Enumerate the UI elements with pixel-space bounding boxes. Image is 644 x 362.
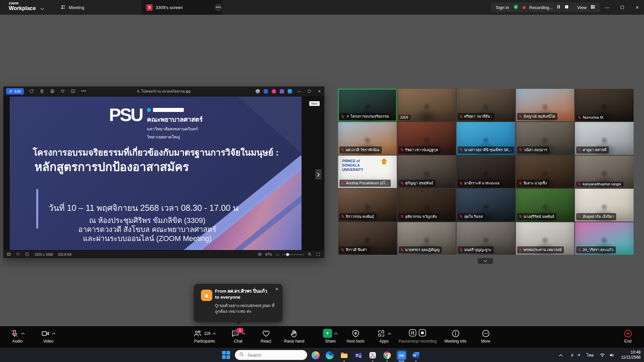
tray-chevron-icon[interactable] [559,348,563,362]
volume-icon[interactable] [609,348,614,362]
toolbar-recording-button[interactable]: Pause/stop recording [398,328,436,344]
slideshow-icon[interactable] [71,89,76,94]
view-button[interactable]: View [577,5,587,10]
heart-icon[interactable] [16,252,20,257]
participant-tile[interactable]: นางสาวสุธาสินี ขุนเพ็ชร SK... [457,122,515,155]
toolbar-apps-button[interactable]: Apps [377,328,391,344]
participant-tile[interactable]: รัชดา เชาวน์เสฏฐกุล [397,122,456,155]
close-button[interactable]: ✕ [631,0,644,15]
chevron-up-icon[interactable] [212,332,216,335]
photos-shortcut-icon[interactable] [288,89,292,94]
clock[interactable]: 10:48 11/11/2568 [621,350,641,360]
toolbar-raise-hand-button[interactable]: Raise hand [284,328,305,344]
chevron-up-icon[interactable] [242,332,246,335]
chevron-up-icon[interactable] [334,332,338,335]
participant-tile[interactable]: สาลูมา หล่าหลี [575,122,634,155]
participant-tile[interactable]: อัลญาณ์ สมุห์เสนีโต [516,89,575,121]
participant-tile[interactable]: สุดใจ รินรส [457,189,515,221]
participant-tile[interactable]: จิราวรรณ คงพันธุ์ [338,189,397,221]
toolbar-share-button[interactable]: Share [323,328,338,344]
participant-tile[interactable]: อับดุลฮากัม เฮ็งปิยา [575,189,634,221]
participant-tile[interactable]: 3309 [397,89,456,121]
search-box[interactable] [235,350,307,360]
file-explorer-taskbar-icon[interactable] [339,350,350,361]
edit-button[interactable]: Edit [6,88,24,95]
participant-tile[interactable]: ผศ.เกวลี วัชราทักษิณ [338,122,397,155]
tray-mic-icon[interactable] [570,348,574,362]
word-taskbar-icon[interactable] [411,350,421,361]
language-indicator[interactable]: ไทย [587,348,594,362]
zoom-slider-knob[interactable] [286,253,289,256]
zoom-in-icon[interactable] [308,252,312,257]
toolbar-host-tools-button[interactable]: Host tools [346,328,364,344]
rotate-icon[interactable] [29,89,34,94]
toolbar-participants-button[interactable]: 119Participants [193,328,216,344]
participant-tile[interactable]: วณิสา สงกุมาร [516,122,575,155]
fullscreen-icon[interactable] [316,252,320,257]
toolbar-react-button[interactable]: React [261,328,271,344]
next-image-button[interactable]: ❯ [315,169,321,179]
zoom-out-icon[interactable]: — [276,253,279,256]
toolbar-end-button[interactable]: End [624,328,632,344]
print-icon[interactable] [50,89,55,94]
chrome-taskbar-icon[interactable] [382,350,392,361]
snipping-tool-taskbar-icon[interactable] [367,350,378,361]
info-icon[interactable] [25,252,29,257]
pause-recording-button[interactable] [409,329,417,338]
participant-tile[interactable]: จิราวดี ชินคำ [338,222,397,255]
sign-in-button[interactable]: Sign in [496,5,509,10]
participant-tile[interactable]: kanyanatthaphat rangsi [575,156,634,188]
search-input[interactable] [247,352,299,358]
paint-shortcut-icon[interactable] [280,89,284,94]
clipchamp-shortcut-icon[interactable] [272,89,276,94]
stop-recording-button[interactable] [419,329,427,338]
start-button[interactable] [222,351,231,360]
zoom-slider[interactable] [282,254,304,255]
more-icon[interactable]: ••• [81,89,86,94]
grid-collapse-button[interactable] [478,258,493,264]
security-shield-icon[interactable] [513,4,519,11]
favorite-icon[interactable] [60,89,65,94]
participant-tile[interactable]: พรหมประทาน เหมวรงษ์ [516,222,575,255]
participant-tile[interactable]: มนตรี บุญญะยูวะ [457,222,515,255]
toolbar-more-button[interactable]: More [481,328,490,344]
participant-tile[interactable]: 24_วริสรา คุระแก้ว [575,222,634,255]
chevron-down-icon[interactable] [40,6,44,12]
toolbar-video-button[interactable]: Video [41,328,56,344]
tab-meeting[interactable]: Meeting [55,0,89,15]
pause-recording-icon[interactable] [556,5,561,10]
tab-shared-screen[interactable]: 3 3309's screen [142,0,222,15]
stop-recording-icon[interactable] [565,5,569,10]
edge-taskbar-icon[interactable] [324,350,335,361]
chevron-up-icon[interactable] [52,332,56,335]
view-layout-icon[interactable] [590,4,595,10]
participant-tile[interactable]: อุทัยวรรณ ขวัญกลับ [397,189,456,221]
toolbar-audio-button[interactable]: Audio [10,328,25,344]
photos-close-button[interactable]: ✕ [314,86,324,96]
toolbar-chat-button[interactable]: 1Chat [231,328,246,344]
toolbar-meeting-info-button[interactable]: Meeting info [444,328,466,344]
copilot-shortcut-icon[interactable] [256,89,260,94]
photos-restore-button[interactable] [304,86,314,96]
copilot-taskbar-icon[interactable] [310,350,321,361]
maximize-button[interactable] [615,0,629,15]
tab-more-button[interactable]: ••• [215,4,222,11]
participant-tile[interactable]: Nurnurina M. [575,89,634,121]
photos-minimize-button[interactable]: — [294,86,304,96]
participant-tile[interactable]: อามีเราะห์ แวสะมะแอ [457,156,515,188]
fit-screen-icon[interactable] [258,252,262,257]
close-icon[interactable]: ✕ [275,287,279,292]
designer-shortcut-icon[interactable] [264,89,268,94]
participant-tile[interactable]: นางสุรีรัตน์ นพพันธ์ [516,189,575,221]
chevron-up-icon[interactable] [21,332,25,335]
teams-taskbar-icon[interactable] [353,350,364,361]
participant-tile[interactable]: ศรีสุดา วนาลีสิน : [457,89,515,121]
zoom-taskbar-icon[interactable]: zm [396,350,407,361]
chat-notification-popup[interactable]: ผ From ผศ.ดร.ศิวพร ปิ่นแก้ว to everyone … [194,284,282,322]
wifi-icon[interactable] [600,348,605,362]
delete-icon[interactable] [40,89,45,94]
participant-tile[interactable]: นายสรธร อุดมฏิตัญญู [397,222,456,255]
tray-location-icon[interactable] [577,348,581,362]
minimize-button[interactable]: — [600,0,614,15]
participant-tile[interactable]: สุกัญญา สุขสุพันธ์ [397,156,456,188]
